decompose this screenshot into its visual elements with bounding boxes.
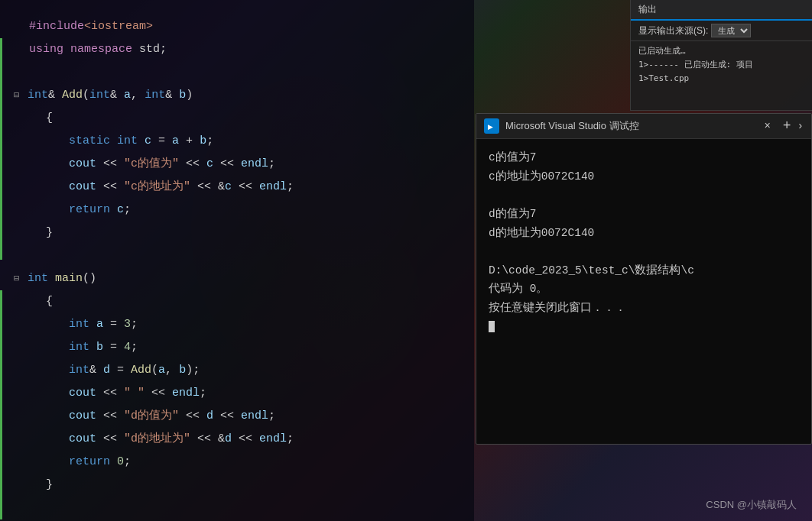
code-line-static-c: static int c = a + b; [8, 130, 474, 153]
vs-icon: ▶ [484, 118, 499, 134]
code-line-blank1 [8, 61, 474, 84]
terminal-arrow-btn[interactable]: › [797, 120, 804, 132]
green-indicator-top [0, 38, 2, 260]
code-line-include: #include<iostream> [8, 15, 474, 38]
svg-text:▶: ▶ [488, 123, 493, 131]
code-line-brace2-open: { [8, 290, 474, 313]
output-title: 输出 [638, 3, 657, 16]
fold-icon-main[interactable]: ⊟ [14, 267, 24, 290]
terminal-line-7: 按任意键关闭此窗口．．． [489, 299, 799, 318]
output-header: 输出 [631, 0, 812, 21]
code-line-cout-empty: cout << " " << endl; [8, 382, 474, 405]
output-panel: 输出 显示输出来源(S): 生成 已启动生成… 1>------ 已启动生成: … [630, 0, 812, 111]
terminal-titlebar: ▶ Microsoft Visual Studio 调试控 × + › [476, 114, 811, 139]
code-line-brace1-close: } [8, 222, 474, 244]
output-source-select[interactable]: 生成 [711, 24, 751, 37]
terminal-line-2: c的地址为0072C140 [489, 167, 799, 186]
watermark: CSDN @小镇敲码人 [706, 498, 797, 512]
terminal-line-6: 代码为 0。 [489, 280, 799, 299]
terminal-line-5: D:\code_2023_5\test_c\数据结构\c [489, 261, 799, 280]
code-line-func-decl: ⊟ int& Add(int& a, int& b) [8, 84, 474, 107]
code-line-cout-c-val: cout << "c的值为" << c << endl; [8, 153, 474, 176]
terminal-line-1: c的值为7 [489, 148, 799, 167]
terminal-close-btn[interactable]: × [762, 120, 774, 132]
output-lines: 已启动生成… 1>------ 已启动生成: 项目 1>Test.cpp [631, 41, 812, 89]
code-line-using: using namespace std; [8, 38, 474, 61]
code-line-brace2-close: } [8, 474, 474, 497]
terminal-title: Microsoft Visual Studio 调试控 [505, 119, 755, 133]
terminal-add-btn[interactable]: + [783, 118, 791, 134]
code-line-cout-d-val: cout << "d的值为" << d << endl; [8, 405, 474, 428]
output-line-1: 已启动生成… [638, 44, 804, 58]
terminal-line-3: d的值为7 [489, 205, 799, 224]
code-line-blank2 [8, 244, 474, 267]
output-line-2: 1>------ 已启动生成: 项目 [638, 58, 804, 72]
code-content: #include<iostream> using namespace std; … [0, 0, 474, 512]
output-source-row: 显示输出来源(S): 生成 [631, 21, 812, 41]
watermark-text: CSDN @小镇敲码人 [706, 499, 797, 510]
code-line-int-a: int a = 3; [8, 313, 474, 336]
code-line-int-d: int& d = Add(a, b); [8, 359, 474, 382]
terminal-window: ▶ Microsoft Visual Studio 调试控 × + › c的值为… [476, 113, 812, 445]
terminal-line-cursor [489, 318, 799, 337]
terminal-line-blank1 [489, 186, 799, 205]
terminal-line-blank2 [489, 242, 799, 261]
code-line-brace1-open: { [8, 107, 474, 130]
code-line-main-decl: ⊟ int main() [8, 267, 474, 290]
code-line-return-0: return 0; [8, 451, 474, 474]
terminal-cursor [489, 321, 495, 332]
output-line-3: 1>Test.cpp [638, 72, 804, 86]
code-line-cout-d-addr: cout << "d的地址为" << &d << endl; [8, 428, 474, 451]
fold-icon-add[interactable]: ⊟ [14, 84, 24, 107]
code-editor: #include<iostream> using namespace std; … [0, 0, 474, 521]
terminal-line-4: d的地址为0072C140 [489, 224, 799, 243]
output-source-label: 显示输出来源(S): [638, 24, 708, 37]
code-line-int-b: int b = 4; [8, 336, 474, 359]
green-indicator-bottom [0, 290, 2, 519]
code-line-return-c: return c; [8, 199, 474, 222]
terminal-body: c的值为7 c的地址为0072C140 d的值为7 d的地址为0072C140 … [476, 139, 811, 444]
code-line-cout-c-addr: cout << "c的地址为" << &c << endl; [8, 176, 474, 199]
